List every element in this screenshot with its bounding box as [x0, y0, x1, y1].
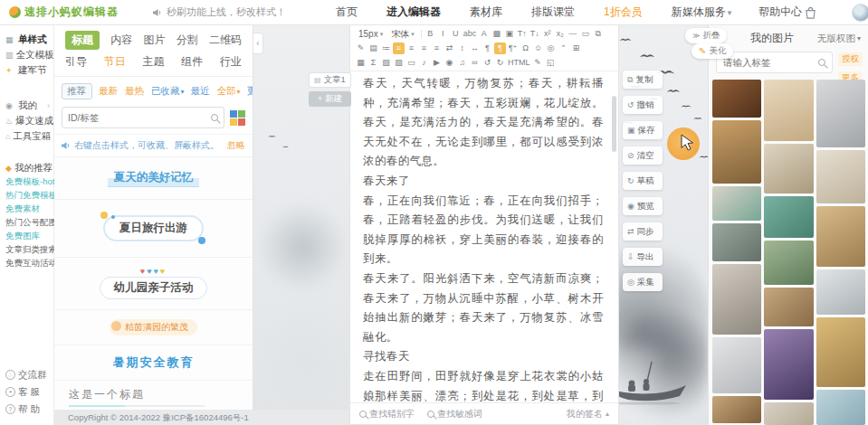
tab-component[interactable]: 组件 — [181, 54, 203, 70]
template-card-kindergarten[interactable]: ♥♥♥♥ 幼儿园亲子活动 — [54, 258, 253, 310]
bold-icon[interactable]: B — [424, 28, 436, 40]
emoji-icon[interactable]: ☺ — [532, 42, 544, 54]
sidebar-link-free-activities[interactable]: 免费互动活动 — [0, 257, 53, 270]
horizontal-rule-icon[interactable]: — — [567, 28, 578, 40]
sidebar-item-army-day[interactable]: ✦ 建军节 — [0, 62, 53, 78]
photo-man-drinking[interactable] — [712, 264, 761, 335]
underline-icon[interactable]: U — [450, 28, 462, 40]
fullscreen-icon[interactable]: ◱ — [545, 57, 557, 69]
video-icon[interactable]: ▶ — [431, 57, 443, 69]
nav-membership-sale[interactable]: 1折会员 — [604, 5, 644, 20]
announcement-bar[interactable]: 秒刷功能上线，秒改样式！ — [153, 5, 286, 19]
music-icon[interactable]: ♫ — [456, 57, 468, 69]
paragraph[interactable]: 春天来了。阳光斜洒下来，空气清新而凉爽；春天来了，万物从沉睡中苏醒，小草、树木开… — [363, 269, 604, 347]
sidebar-link-free-templates[interactable]: 免费模板-hot — [0, 175, 53, 189]
template-card-summer-memory[interactable]: 夏天的美好记忆 — [54, 157, 253, 200]
signature-button[interactable]: 我的签名▴ — [567, 408, 609, 420]
table-icon[interactable]: ⊞ — [570, 42, 582, 54]
clear-button[interactable]: ⊘ 清空 — [623, 146, 663, 165]
photo-woman-field[interactable] — [712, 120, 761, 184]
formula-icon[interactable]: Σ — [367, 57, 379, 69]
filter-recommended[interactable]: 推荐 — [62, 83, 92, 99]
filter-more[interactable]: 更多 — [247, 85, 253, 98]
photo-woman-bamboo[interactable] — [816, 317, 865, 387]
gallery-search-input[interactable] — [723, 57, 818, 68]
draft-button[interactable]: ↻ 草稿 — [623, 172, 663, 190]
quote-icon[interactable]: ” — [558, 42, 569, 54]
sidebar-item-help[interactable]: ? 帮 助 — [0, 401, 53, 418]
photo-woman-scarf[interactable] — [712, 186, 761, 221]
superscript-icon[interactable]: x² — [541, 28, 553, 40]
align-justify-icon[interactable]: ≡ — [431, 42, 443, 54]
font-color-icon[interactable]: A — [478, 28, 490, 40]
user-menu[interactable]: ▾ — [852, 4, 868, 22]
nav-home[interactable]: 首页 — [336, 5, 359, 20]
align-center-icon[interactable]: ≡ — [405, 42, 417, 54]
paragraph[interactable]: 走在田野间，田野就好像是穿上花衣裳的小姑娘那样美丽、漂亮；到处是花，到处是草，到… — [363, 367, 604, 401]
photo-wooden-chair[interactable] — [816, 150, 865, 203]
subscript-icon[interactable]: x₂ — [554, 28, 566, 40]
editor-content[interactable]: 春天，天气转暖，万物复苏；春天，耕耘播种，充满希望；春天，五彩斑斓，花儿绽放。春… — [350, 71, 611, 401]
font-smaller-icon[interactable]: T↓ — [529, 28, 540, 40]
special-char-icon[interactable]: Ω — [520, 42, 531, 54]
paragraph[interactable]: 春天来了 — [363, 172, 604, 192]
font-larger-icon[interactable]: T↑ — [516, 28, 528, 40]
nav-new-media-services[interactable]: 新媒体服务▾ — [672, 5, 732, 20]
audio-icon[interactable]: ♪ — [418, 57, 430, 69]
sidebar-item-single-style[interactable]: ▦ 单样式 — [0, 32, 53, 47]
paragraph-icon[interactable]: ¶ — [482, 42, 493, 54]
filter-all[interactable]: 全部▾ — [217, 85, 241, 98]
copy-button[interactable]: ⧉ 复制 — [623, 71, 663, 89]
line-height-icon[interactable]: ↕ — [456, 42, 468, 54]
spellcheck-button[interactable]: 查找错别字 — [359, 408, 415, 420]
tab-guide[interactable]: 引导 — [65, 54, 87, 70]
gallery-icon[interactable]: ▧ — [393, 57, 405, 69]
sidebar-link-free-material[interactable]: 免费素材 — [0, 203, 53, 216]
editor-scrollbar[interactable] — [612, 96, 616, 152]
camera-icon[interactable]: ◉ — [444, 57, 455, 69]
copyright-free-dropdown[interactable]: 无版权图 ▾ — [817, 33, 861, 45]
app-logo[interactable]: 速排小蚂蚁编辑器 — [9, 5, 119, 20]
card-icon[interactable]: ▭ — [405, 57, 417, 69]
list-icon[interactable]: ≔ — [380, 42, 392, 54]
panel-collapse-handle[interactable]: ‹ — [253, 33, 263, 54]
sidebar-item-hot-article[interactable]: ♨ 爆文速成 › — [0, 113, 53, 128]
redo-icon[interactable]: ↻ — [494, 57, 506, 69]
tab-qrcode[interactable]: 二维码 — [209, 33, 242, 48]
new-card-icon[interactable]: ▭ — [579, 28, 591, 40]
tab-image[interactable]: 图片 — [144, 33, 166, 48]
font-size-select[interactable]: 15px▾ — [355, 29, 386, 39]
notice-ignore-button[interactable]: 忽略 — [227, 139, 245, 152]
photo-man-blue-room[interactable] — [816, 390, 865, 425]
photo-kids-green[interactable] — [764, 241, 813, 285]
style-panel-icon[interactable]: ▣ — [503, 28, 515, 40]
nav-layout-class[interactable]: 排版课堂 — [531, 5, 577, 20]
paragraph[interactable]: 寻找春天 — [363, 347, 604, 367]
format-brush-icon[interactable]: ✎ — [355, 42, 367, 54]
photo-curtain-plant[interactable] — [816, 80, 865, 147]
html-icon[interactable]: HTML — [507, 57, 531, 69]
authorize-link[interactable]: 授权 — [838, 52, 863, 66]
photo-table-vase[interactable] — [764, 80, 813, 141]
image-mosaic-icon[interactable] — [230, 110, 245, 126]
indent-icon[interactable]: ▤ — [367, 42, 379, 54]
sensitive-word-button[interactable]: 查找敏感词 — [427, 408, 482, 420]
find-icon[interactable]: ◎ — [545, 42, 557, 54]
photo-purple-portrait[interactable] — [764, 329, 813, 400]
align-left-icon[interactable]: ≡ — [393, 42, 405, 54]
template-card-summer-safety[interactable]: 暑期安全教育 — [54, 345, 253, 381]
sidebar-item-chat-group[interactable]: ∴ 交流群 — [0, 366, 53, 383]
tab-festival[interactable]: 节日 — [104, 54, 126, 70]
edit-source-icon[interactable]: ✎ — [532, 57, 544, 69]
sync-button[interactable]: ⇄ 同步 — [623, 222, 663, 241]
preview-button[interactable]: ◉ 预览 — [623, 197, 663, 215]
paragraph-add-icon[interactable]: ¶⁺ — [507, 42, 519, 54]
template-search-box[interactable] — [62, 107, 224, 128]
template-card-plain-title[interactable]: 这是一个标题 — [54, 381, 253, 410]
tab-content[interactable]: 内容 — [110, 33, 132, 48]
undo-button[interactable]: ↺ 撤销 — [623, 96, 663, 114]
indent-both-icon[interactable]: ⇄ — [444, 42, 455, 54]
nav-help-center[interactable]: 帮助中心 — [758, 5, 804, 20]
filter-newest[interactable]: 最新 — [99, 85, 119, 98]
gallery-search-box[interactable] — [716, 52, 833, 73]
